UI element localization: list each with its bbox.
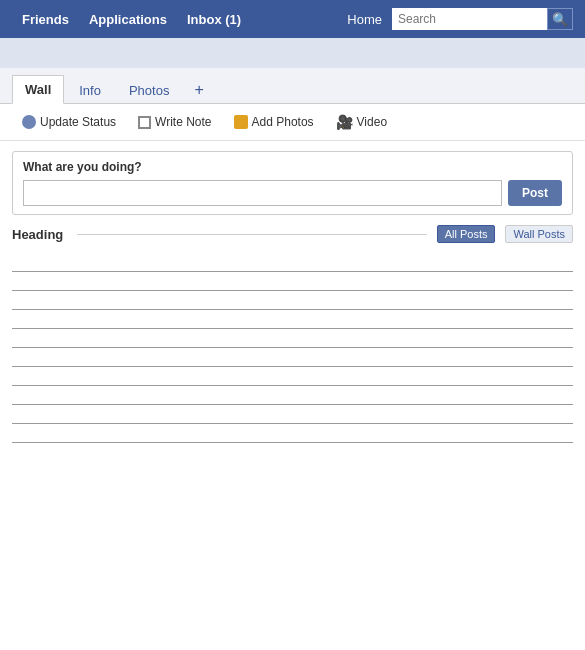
content-line [12,366,573,367]
search-input[interactable] [392,8,547,30]
all-posts-filter-button[interactable]: All Posts [437,225,496,243]
user-icon [22,115,36,129]
content-line [12,309,573,310]
write-note-label: Write Note [155,115,211,129]
update-status-button[interactable]: Update Status [12,111,126,133]
action-bar: Update Status Write Note Add Photos 🎥 Vi… [0,104,585,141]
content-line [12,385,573,386]
heading-row: Heading All Posts Wall Posts [12,225,573,243]
content-line [12,423,573,424]
search-form: 🔍 [392,8,573,30]
add-photos-button[interactable]: Add Photos [224,111,324,133]
content-line [12,328,573,329]
video-label: Video [357,115,387,129]
blue-band [0,38,585,68]
heading-divider [77,234,427,235]
content-line [12,404,573,405]
status-row: Post [23,180,562,206]
status-input[interactable] [23,180,502,206]
wall-posts-filter-button[interactable]: Wall Posts [505,225,573,243]
photo-icon [234,115,248,129]
status-question-label: What are you doing? [23,160,562,174]
tab-add-button[interactable]: + [184,77,213,103]
status-box: What are you doing? Post [12,151,573,215]
inbox-nav-link[interactable]: Inbox (1) [177,12,251,27]
home-nav-link[interactable]: Home [347,12,392,27]
video-icon: 🎥 [336,114,353,130]
navbar: Friends Applications Inbox (1) Home 🔍 [0,0,585,38]
tab-info[interactable]: Info [66,76,114,104]
content-lines [0,247,585,467]
heading-label: Heading [12,227,67,242]
update-status-label: Update Status [40,115,116,129]
search-button[interactable]: 🔍 [547,8,573,30]
tab-wall[interactable]: Wall [12,75,64,104]
add-photos-label: Add Photos [252,115,314,129]
friends-nav-link[interactable]: Friends [12,12,79,27]
write-note-button[interactable]: Write Note [128,111,221,133]
tabs-area: Wall Info Photos + [0,68,585,104]
content-line [12,271,573,272]
post-button[interactable]: Post [508,180,562,206]
video-button[interactable]: 🎥 Video [326,110,397,134]
content-line [12,442,573,443]
tab-photos[interactable]: Photos [116,76,182,104]
content-line [12,290,573,291]
note-icon [138,116,151,129]
content-line [12,347,573,348]
applications-nav-link[interactable]: Applications [79,12,177,27]
